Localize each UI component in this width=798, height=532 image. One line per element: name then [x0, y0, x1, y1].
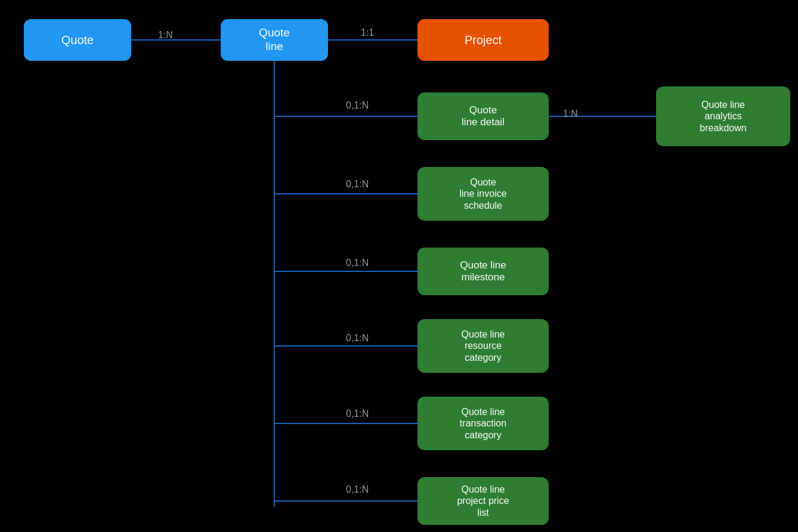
quote-line-resource-label: Quote lineresourcecategory — [462, 329, 505, 363]
rel-quoteline-to-project: 1:1 — [361, 27, 374, 38]
quote-line-analytics-node: Quote lineanalyticsbreakdown — [656, 86, 790, 146]
quote-line-price-node: Quote lineproject pricelist — [417, 477, 549, 525]
rel-quoteline-to-price: 0,1:N — [346, 484, 369, 495]
quote-line-detail-node: Quoteline detail — [417, 92, 549, 140]
rel-detail-to-analytics: 1:N — [563, 109, 578, 119]
project-node: Project — [417, 19, 549, 61]
project-label: Project — [465, 33, 502, 47]
quote-line-transaction-label: Quote linetransactioncategory — [460, 406, 506, 441]
rel-quoteline-to-milestone: 0,1:N — [346, 258, 369, 268]
quote-line-price-label: Quote lineproject pricelist — [457, 484, 509, 518]
quote-line-invoice-label: Quoteline invoiceschedule — [459, 177, 506, 211]
rel-quoteline-to-resource: 0,1:N — [346, 333, 369, 344]
rel-quoteline-to-detail: 0,1:N — [346, 100, 369, 111]
quote-line-invoice-node: Quoteline invoiceschedule — [417, 167, 549, 221]
diagram-container: Quote Quoteline Project Quoteline detail… — [0, 0, 798, 532]
rel-quoteline-to-invoice: 0,1:N — [346, 179, 369, 190]
quote-node: Quote — [24, 19, 131, 61]
diagram-lines — [0, 0, 798, 532]
quote-line-transaction-node: Quote linetransactioncategory — [417, 397, 549, 450]
quote-line-analytics-label: Quote lineanalyticsbreakdown — [700, 99, 746, 134]
quote-line-milestone-node: Quote linemilestone — [417, 248, 549, 295]
quote-label: Quote — [61, 33, 94, 47]
quote-line-detail-label: Quoteline detail — [462, 104, 505, 129]
quote-line-resource-node: Quote lineresourcecategory — [417, 319, 549, 373]
quote-line-label: Quoteline — [259, 26, 290, 54]
quote-line-node: Quoteline — [221, 19, 328, 61]
rel-quote-to-quoteline: 1:N — [158, 30, 173, 41]
quote-line-milestone-label: Quote linemilestone — [460, 259, 506, 284]
rel-quoteline-to-transaction: 0,1:N — [346, 409, 369, 419]
